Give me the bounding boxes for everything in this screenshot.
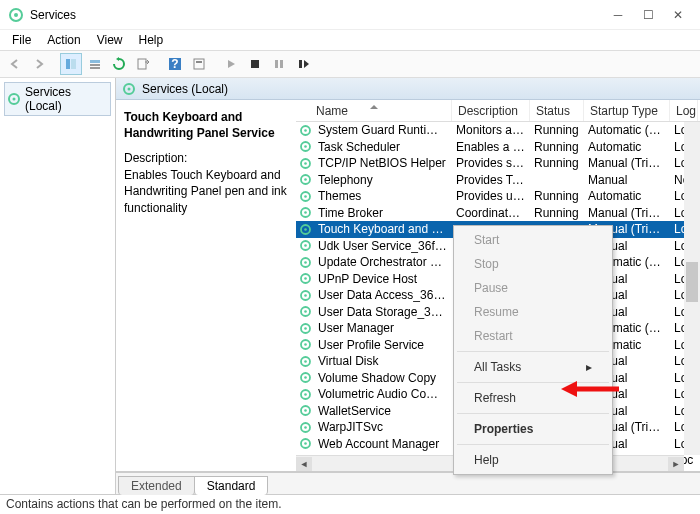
svg-text:?: ? — [171, 57, 178, 71]
ctx-restart[interactable]: Restart — [456, 324, 610, 348]
cell-name: Touch Keyboard and Handw... — [314, 222, 452, 236]
ctx-resume[interactable]: Resume — [456, 300, 610, 324]
back-button[interactable] — [4, 53, 26, 75]
gear-icon — [296, 223, 314, 236]
status-bar: Contains actions that can be performed o… — [0, 494, 700, 514]
stop-service-button[interactable] — [244, 53, 266, 75]
svg-rect-11 — [196, 61, 202, 63]
ctx-all-tasks[interactable]: All Tasks▸ — [456, 355, 610, 379]
svg-rect-7 — [138, 59, 146, 69]
svg-point-55 — [304, 409, 307, 412]
vertical-scrollbar[interactable] — [684, 122, 700, 455]
svg-point-53 — [304, 393, 307, 396]
cell-status: Running — [530, 156, 584, 170]
column-status[interactable]: Status — [530, 100, 584, 121]
cell-startup: Manual — [584, 173, 670, 187]
pane-title: Services (Local) — [142, 82, 228, 96]
gear-icon — [296, 124, 314, 137]
menu-file[interactable]: File — [6, 31, 37, 49]
ctx-start[interactable]: Start — [456, 228, 610, 252]
gear-icon — [296, 140, 314, 153]
menu-help[interactable]: Help — [133, 31, 170, 49]
cell-status: Running — [530, 189, 584, 203]
show-hide-tree-button[interactable] — [60, 53, 82, 75]
ctx-pause[interactable]: Pause — [456, 276, 610, 300]
cell-name: UPnP Device Host — [314, 272, 452, 286]
cell-name: System Guard Runtime Mon... — [314, 123, 452, 137]
close-button[interactable]: ✕ — [672, 9, 684, 21]
menu-view[interactable]: View — [91, 31, 129, 49]
cell-name: Web Account Manager — [314, 437, 452, 451]
gear-icon — [296, 157, 314, 170]
gear-icon — [296, 305, 314, 318]
column-name[interactable]: Name — [296, 100, 452, 121]
svg-rect-14 — [280, 60, 283, 68]
refresh-button[interactable] — [108, 53, 130, 75]
gear-icon — [296, 355, 314, 368]
gear-icon — [296, 404, 314, 417]
svg-point-31 — [304, 211, 307, 214]
ctx-properties[interactable]: Properties — [456, 417, 610, 441]
cell-name: Task Scheduler — [314, 140, 452, 154]
gear-icon — [296, 437, 314, 450]
cell-description: Monitors an... — [452, 123, 530, 137]
maximize-button[interactable]: ☐ — [642, 9, 654, 21]
tab-extended[interactable]: Extended — [118, 476, 195, 495]
ctx-stop[interactable]: Stop — [456, 252, 610, 276]
scroll-right-button[interactable]: ► — [668, 457, 684, 471]
forward-button[interactable] — [28, 53, 50, 75]
menu-action[interactable]: Action — [41, 31, 86, 49]
cell-startup: Automatic (De... — [584, 123, 670, 137]
service-row[interactable]: System Guard Runtime Mon...Monitors an..… — [296, 122, 700, 139]
cell-startup: Automatic — [584, 189, 670, 203]
cell-status: Running — [530, 123, 584, 137]
gear-icon — [122, 82, 136, 96]
export-button[interactable] — [84, 53, 106, 75]
column-startup-type[interactable]: Startup Type — [584, 100, 670, 121]
cell-name: User Data Storage_36f8df3 — [314, 305, 452, 319]
cell-description: Provides use... — [452, 189, 530, 203]
cell-name: Telephony — [314, 173, 452, 187]
cell-name: Volume Shadow Copy — [314, 371, 452, 385]
svg-rect-12 — [251, 60, 259, 68]
scroll-left-button[interactable]: ◄ — [296, 457, 312, 471]
minimize-button[interactable]: ─ — [612, 9, 624, 21]
svg-point-45 — [304, 327, 307, 330]
gear-icon — [296, 239, 314, 252]
svg-point-23 — [304, 145, 307, 148]
ctx-help[interactable]: Help — [456, 448, 610, 472]
cell-description: Coordinates ... — [452, 206, 530, 220]
service-row[interactable]: Time BrokerCoordinates ...RunningManual … — [296, 205, 700, 222]
pause-service-button[interactable] — [268, 53, 290, 75]
svg-point-41 — [304, 294, 307, 297]
tab-standard[interactable]: Standard — [194, 476, 269, 495]
svg-point-19 — [128, 87, 131, 90]
tree-services-local[interactable]: Services (Local) — [4, 82, 111, 116]
cell-status: Running — [530, 206, 584, 220]
service-row[interactable]: TCP/IP NetBIOS HelperProvides sup...Runn… — [296, 155, 700, 172]
gear-icon — [296, 338, 314, 351]
cell-startup: Automatic — [584, 140, 670, 154]
service-row[interactable]: ThemesProvides use...RunningAutomaticLoc — [296, 188, 700, 205]
service-row[interactable]: Task SchedulerEnables a us...RunningAuto… — [296, 139, 700, 156]
properties-button[interactable] — [188, 53, 210, 75]
svg-point-39 — [304, 277, 307, 280]
tree-label: Services (Local) — [25, 85, 108, 113]
svg-point-1 — [14, 13, 18, 17]
annotation-arrow — [561, 377, 621, 401]
cell-startup: Manual (Trigg... — [584, 206, 670, 220]
svg-point-27 — [304, 178, 307, 181]
column-logon[interactable]: Log — [670, 100, 698, 121]
description-label: Description: — [124, 151, 288, 165]
column-description[interactable]: Description — [452, 100, 530, 121]
export-list-button[interactable] — [132, 53, 154, 75]
svg-point-43 — [304, 310, 307, 313]
gear-icon — [7, 92, 21, 106]
service-row[interactable]: TelephonyProvides Tel...ManualNe — [296, 172, 700, 189]
cell-name: User Data Access_36f8df3 — [314, 288, 452, 302]
start-service-button[interactable] — [220, 53, 242, 75]
help-button[interactable]: ? — [164, 53, 186, 75]
window-title: Services — [30, 8, 612, 22]
restart-service-button[interactable] — [292, 53, 314, 75]
svg-point-59 — [304, 442, 307, 445]
